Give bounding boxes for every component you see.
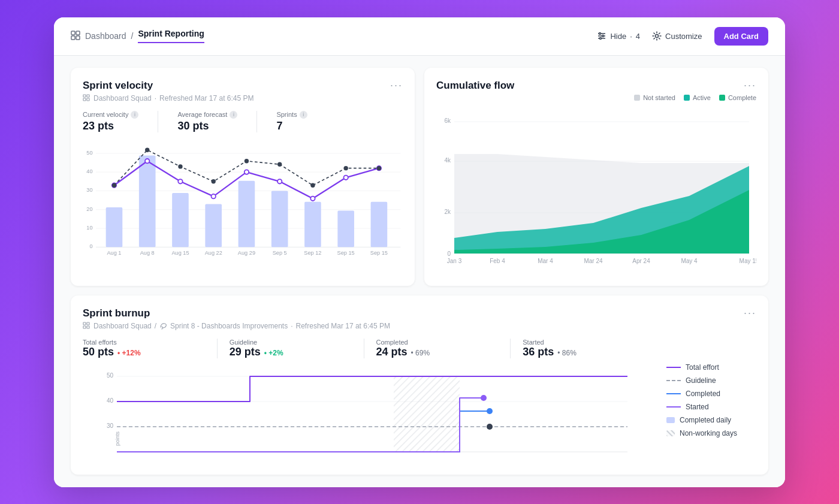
svg-text:4k: 4k [444, 157, 451, 164]
svg-text:30: 30 [107, 422, 114, 429]
completed-daily-rect [666, 417, 675, 423]
svg-point-39 [212, 194, 216, 198]
header-actions: Hide · 4 Customize Add Card [597, 27, 768, 46]
velocity-subtitle: Dashboard Squad · Refreshed Mar 17 at 6:… [83, 94, 403, 102]
sprints-value: 7 [276, 120, 307, 132]
svg-text:0: 0 [447, 251, 451, 257]
legend-completed-daily: Completed daily [666, 416, 756, 424]
current-velocity-value: 23 pts [83, 120, 138, 132]
burnup-subtitle: Dashboard Squad / Sprint 8 - Dashboards … [83, 322, 756, 330]
velocity-more-button[interactable]: ··· [390, 80, 403, 90]
svg-point-40 [245, 170, 249, 174]
svg-point-42 [310, 196, 315, 200]
svg-text:6k: 6k [444, 117, 451, 124]
gear-icon [652, 31, 662, 41]
customize-button[interactable]: Customize [652, 31, 702, 41]
non-working-label: Non-working days [680, 429, 737, 437]
velocity-title: Sprint velocity [83, 80, 153, 92]
cumulative-card-header: Cumulative flow ··· [436, 80, 756, 92]
svg-rect-27 [106, 207, 123, 247]
hide-label: Hide [610, 32, 626, 41]
guideline-legend-label: Guideline [686, 376, 716, 385]
svg-text:0: 0 [89, 243, 92, 249]
cumulative-chart: 6k 4k 2k 0 [436, 106, 756, 274]
burnup-guideline: Guideline 29 pts • +2% [230, 339, 364, 358]
svg-point-46 [145, 147, 149, 152]
svg-text:Sep 12: Sep 12 [304, 250, 321, 256]
burnup-main: Total efforts 50 pts • +12% Guideline [83, 339, 657, 463]
velocity-squad: Dashboard Squad [93, 94, 152, 102]
legend-completed: Completed [666, 390, 756, 398]
hide-separator: · [630, 32, 632, 41]
velocity-card-header: Sprint velocity ··· [83, 80, 403, 92]
customize-label: Customize [665, 32, 702, 41]
avg-forecast-value: 30 pts [177, 120, 237, 132]
svg-text:points: points [114, 431, 120, 446]
svg-point-48 [212, 179, 216, 183]
breadcrumb-dashboard[interactable]: Dashboard [85, 31, 126, 41]
svg-text:10: 10 [86, 224, 92, 230]
add-card-button[interactable]: Add Card [714, 27, 769, 46]
svg-text:Aug 15: Aug 15 [171, 250, 189, 256]
not-started-color [634, 95, 640, 101]
svg-point-53 [377, 165, 381, 170]
svg-rect-13 [83, 98, 86, 101]
non-working-rect [666, 430, 675, 436]
svg-point-96 [481, 395, 487, 401]
velocity-refreshed: Refreshed Mar 17 at 6:45 PM [159, 94, 253, 102]
hide-button[interactable]: Hide · 4 [597, 31, 640, 41]
content: Sprint velocity ··· Dashboard Squad · Re… [54, 56, 785, 487]
burnup-more-button[interactable]: ··· [744, 307, 756, 318]
svg-text:40: 40 [107, 397, 114, 404]
svg-text:50: 50 [86, 149, 92, 155]
svg-point-37 [145, 159, 149, 163]
burnup-started: Started 36 pts • 86% [523, 339, 657, 358]
started-line [666, 406, 681, 408]
velocity-chart: 50 40 30 20 10 0 [83, 141, 403, 261]
legend-started: Started [666, 403, 756, 411]
info-icon-velocity: i [131, 111, 138, 119]
metric-avg-forecast: Average forecast i 30 pts [177, 111, 237, 132]
metric-sprints: Sprints i 7 [276, 111, 307, 132]
svg-rect-11 [83, 95, 86, 97]
cumulative-title: Cumulative flow [436, 80, 514, 92]
current-velocity-label: Current velocity [83, 111, 128, 118]
sprint-icon [159, 322, 167, 330]
svg-point-51 [310, 183, 315, 187]
svg-text:2k: 2k [444, 209, 451, 215]
info-icon-forecast: i [230, 111, 237, 119]
svg-point-50 [277, 162, 282, 166]
burnup-svg: 50 40 30 points [83, 367, 657, 463]
svg-text:Aug 1: Aug 1 [107, 250, 121, 256]
svg-rect-2 [71, 36, 75, 40]
main-container: Dashboard / Sprint Reporting Hide · 4 [54, 17, 785, 487]
svg-rect-31 [239, 180, 255, 246]
cumulative-svg: 6k 4k 2k 0 [436, 106, 756, 274]
burnup-card-header: Sprint burnup ··· [83, 307, 756, 319]
cumulative-more-button[interactable]: ··· [744, 80, 756, 90]
completed-label: Completed [376, 339, 408, 346]
guideline-value: 29 pts [230, 346, 261, 358]
completed-daily-label: Completed daily [680, 416, 731, 424]
burnup-refreshed: Refreshed Mar 17 at 6:45 PM [296, 322, 390, 330]
burnup-legend: Total effort Guideline Completed Started [666, 339, 756, 463]
burnup-completed: Completed 24 pts • 69% [376, 339, 511, 358]
svg-point-9 [600, 38, 602, 40]
legend-guideline: Guideline [666, 376, 756, 385]
svg-text:Aug 29: Aug 29 [238, 250, 255, 256]
legend-complete: Complete [719, 94, 756, 101]
svg-text:50: 50 [107, 372, 114, 379]
breadcrumb-current-page: Sprint Reporting [138, 29, 204, 43]
svg-rect-30 [205, 204, 222, 247]
svg-point-7 [599, 33, 601, 35]
svg-point-38 [178, 179, 182, 183]
cumulative-flow-card: Cumulative flow ··· Not started Active [424, 68, 768, 286]
svg-text:Apr 24: Apr 24 [632, 258, 650, 264]
legend-active: Active [684, 94, 711, 101]
svg-rect-94 [394, 376, 460, 452]
svg-text:Aug 22: Aug 22 [205, 250, 222, 256]
svg-text:20: 20 [86, 206, 92, 212]
started-pct: • 86% [557, 349, 577, 357]
completed-pct: • 69% [411, 349, 430, 357]
info-icon-sprints: i [300, 111, 307, 119]
